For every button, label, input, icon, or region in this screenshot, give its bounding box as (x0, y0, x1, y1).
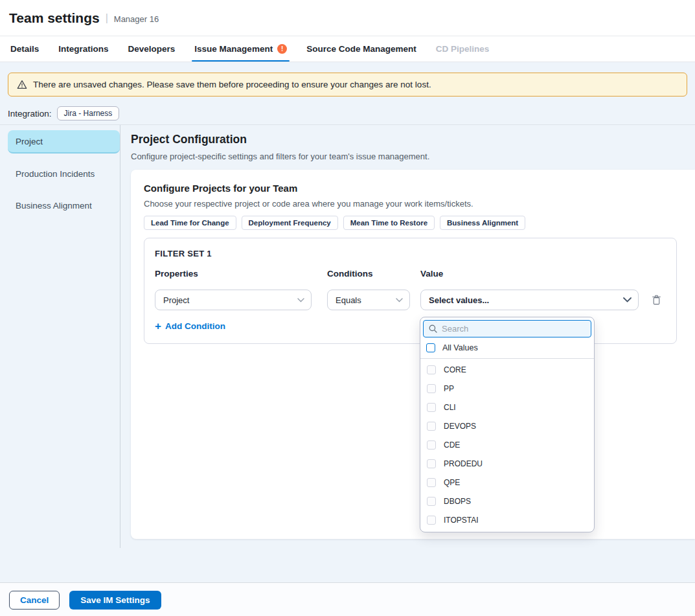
column-header-value: Value (420, 269, 639, 279)
column-header-conditions: Conditions (327, 269, 410, 279)
metric-tag-deployment-frequency: Deployment Frequency (242, 216, 338, 230)
option-prodedu[interactable]: PRODEDU (423, 454, 591, 473)
value-select-wrapper: Select values... (420, 290, 639, 310)
chevron-down-icon (623, 297, 632, 302)
chevron-down-icon (297, 298, 304, 302)
select-all-checkbox[interactable] (426, 343, 435, 352)
option-itopstai[interactable]: ITOPSTAI (423, 510, 591, 529)
sidebar-item-production-incidents[interactable]: Production Incidents (8, 162, 120, 185)
add-condition-button[interactable]: + Add Condition (155, 321, 225, 332)
project-configuration-card: Configure Projects for your Team Choose … (131, 170, 695, 539)
value-dropdown: All Values CORE PP CLI DEVOPS CDE (420, 317, 595, 532)
metric-tags: Lead Time for Change Deployment Frequenc… (144, 216, 682, 230)
team-name: Manager 16 (114, 12, 159, 24)
option-dbops[interactable]: DBOPS (423, 492, 591, 510)
option-pipe[interactable]: PIPE (423, 529, 591, 532)
warning-icon (17, 80, 27, 89)
filter-set-title: FILTER SET 1 (155, 249, 666, 258)
select-all-row[interactable]: All Values (423, 337, 591, 358)
team-settings-page: Team settings | Manager 16 Details Integ… (0, 0, 695, 616)
search-input[interactable] (442, 324, 586, 334)
option-checkbox[interactable] (427, 422, 436, 431)
card-subtitle: Choose your respective project or code a… (144, 199, 682, 209)
integration-row: Integration: Jira - Harness (8, 106, 687, 120)
content-top: There are unsaved changes. Please save t… (0, 62, 695, 125)
settings-tabbar: Details Integrations Developers Issue Ma… (0, 36, 695, 62)
filter-column-headers: Properties Conditions Value (155, 269, 666, 279)
cancel-button[interactable]: Cancel (9, 591, 60, 610)
content-area: There are unsaved changes. Please save t… (0, 62, 695, 582)
option-devops[interactable]: DEVOPS (423, 416, 591, 435)
page-title: Team settings (9, 10, 100, 26)
trash-icon (652, 295, 661, 305)
two-pane-layout: Project Production Incidents Business Al… (0, 125, 695, 548)
save-im-settings-button[interactable]: Save IM Settings (69, 591, 161, 610)
option-cde[interactable]: CDE (423, 435, 591, 454)
option-pp[interactable]: PP (423, 379, 591, 398)
footer-actions: Cancel Save IM Settings (0, 582, 695, 616)
option-checkbox[interactable] (427, 384, 436, 393)
page-header: Team settings | Manager 16 (0, 0, 695, 36)
unsaved-changes-banner: There are unsaved changes. Please save t… (8, 73, 687, 97)
tab-details[interactable]: Details (10, 36, 39, 62)
dropdown-options: CORE PP CLI DEVOPS CDE PRODEDU QPE DBOPS (423, 359, 591, 532)
option-checkbox[interactable] (427, 440, 436, 450)
section-title: Project Configuration (131, 133, 695, 146)
section-subtitle: Configure project-specific settings and … (131, 152, 695, 161)
option-checkbox[interactable] (427, 365, 436, 374)
select-all-label: All Values (442, 343, 478, 352)
search-icon (429, 325, 437, 333)
chevron-down-icon (396, 298, 403, 302)
delete-filter-button[interactable] (652, 295, 661, 305)
settings-sidebar: Project Production Incidents Business Al… (0, 125, 120, 548)
tab-integrations[interactable]: Integrations (58, 36, 108, 62)
metric-tag-business-alignment: Business Alignment (440, 216, 525, 230)
tab-source-code-management[interactable]: Source Code Management (306, 36, 416, 62)
column-header-properties: Properties (155, 269, 312, 279)
dropdown-search (423, 320, 591, 337)
property-select[interactable]: Project (155, 290, 312, 310)
condition-select[interactable]: Equals (327, 290, 410, 310)
option-checkbox[interactable] (427, 478, 436, 487)
option-qpe[interactable]: QPE (423, 473, 591, 492)
option-checkbox[interactable] (427, 403, 436, 412)
sidebar-item-project[interactable]: Project (8, 130, 120, 154)
tab-developers[interactable]: Developers (128, 36, 176, 62)
unsaved-alert-badge-icon: ! (277, 44, 287, 54)
option-checkbox[interactable] (427, 516, 436, 525)
integration-label: Integration: (8, 109, 52, 119)
filter-set-1: FILTER SET 1 Properties Conditions Value… (144, 238, 677, 344)
option-checkbox[interactable] (427, 497, 436, 506)
metric-tag-lead-time: Lead Time for Change (144, 216, 236, 230)
option-core[interactable]: CORE (423, 360, 591, 379)
value-select[interactable]: Select values... (420, 290, 639, 310)
tab-issue-management[interactable]: Issue Management ! (194, 36, 287, 62)
plus-icon: + (155, 321, 161, 332)
option-cli[interactable]: CLI (423, 398, 591, 416)
tab-cd-pipelines: CD Pipelines (436, 36, 490, 62)
main-pane: Project Configuration Configure project-… (120, 125, 695, 548)
card-title: Configure Projects for your Team (144, 183, 682, 194)
option-checkbox[interactable] (427, 459, 436, 468)
metric-tag-mean-time-to-restore: Mean Time to Restore (343, 216, 435, 230)
title-divider: | (106, 12, 108, 24)
sidebar-item-business-alignment[interactable]: Business Alignment (8, 194, 120, 217)
bottom-spacer (0, 548, 695, 582)
filter-condition-row: Project Equals (155, 290, 666, 310)
integration-chip[interactable]: Jira - Harness (57, 106, 120, 120)
banner-message: There are unsaved changes. Please save t… (33, 80, 431, 89)
